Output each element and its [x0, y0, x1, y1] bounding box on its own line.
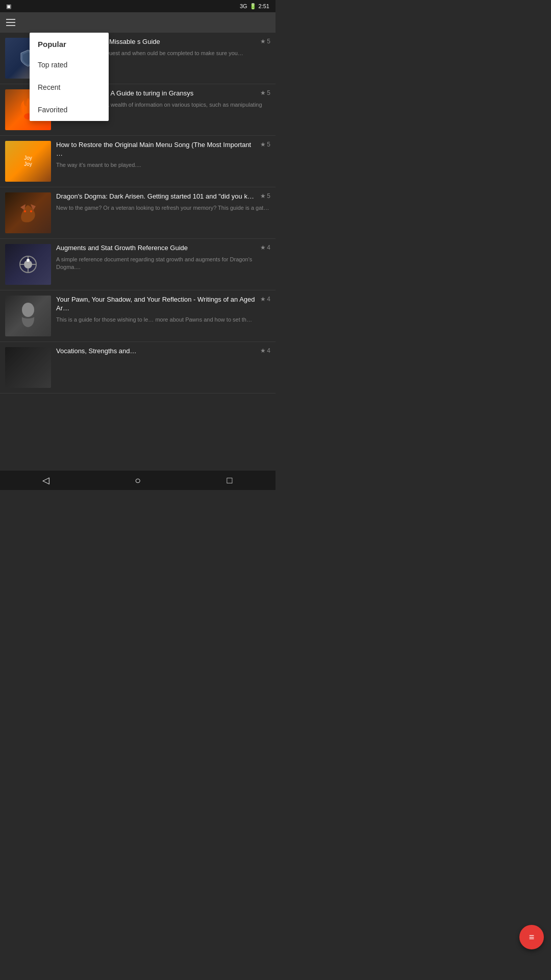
item-title: Dragon's Dogma: Dark Arisen. Getting sta… — [56, 192, 257, 201]
item-rating: ★ 4 — [260, 347, 270, 354]
item-rating: ★ 5 — [260, 141, 270, 148]
hamburger-line — [6, 19, 15, 20]
time-display: 2:51 — [259, 3, 269, 9]
rating-value: 4 — [267, 244, 270, 251]
back-icon: ◁ — [42, 475, 49, 486]
item-rating: ★ 4 — [260, 244, 270, 251]
recents-button[interactable]: □ — [222, 473, 237, 488]
svg-point-6 — [22, 303, 34, 317]
star-icon: ★ — [260, 244, 266, 251]
item-title-row: Your Pawn, Your Shadow, and Your Reflect… — [56, 296, 270, 313]
rating-value: 5 — [267, 38, 270, 45]
item-title-row: How to Restore the Original Main Menu So… — [56, 141, 270, 158]
item-thumbnail — [5, 347, 51, 388]
item-rating: ★ 4 — [260, 296, 270, 303]
svg-point-5 — [27, 259, 30, 262]
navigation-bar: ◁ ○ □ — [0, 471, 276, 490]
item-desc: This is a guide for those wishing to le…… — [56, 316, 270, 324]
item-desc: The way it's meant to be played.... — [56, 161, 270, 169]
star-icon: ★ — [260, 296, 266, 303]
dropdown-item-recent[interactable]: Recent — [30, 76, 109, 99]
item-title: Vocations, Strengths and… — [56, 347, 257, 356]
dropdown-menu: Popular Top rated Recent Favorited — [30, 33, 109, 121]
dropdown-title: Popular — [30, 33, 109, 54]
item-content: Augments and Stat Growth Reference Guide… — [56, 244, 270, 272]
item-content: Dragon's Dogma: Dark Arisen. Getting sta… — [56, 192, 270, 212]
item-title-row: Dragon's Dogma: Dark Arisen. Getting sta… — [56, 192, 270, 201]
svg-point-1 — [24, 210, 26, 212]
home-icon: ○ — [135, 475, 141, 486]
hamburger-line — [6, 25, 15, 26]
dropdown-item-favorited[interactable]: Favorited — [30, 99, 109, 121]
rating-value: 5 — [267, 141, 270, 148]
header — [0, 12, 276, 33]
item-thumbnail — [5, 192, 51, 233]
sim-icon: ▣ — [6, 3, 11, 10]
status-left: ▣ — [6, 3, 11, 10]
battery-icon: 🔋 — [249, 3, 257, 10]
hamburger-line — [6, 22, 15, 23]
rating-value: 5 — [267, 89, 270, 96]
item-title: Your Pawn, Your Shadow, and Your Reflect… — [56, 296, 257, 313]
item-thumbnail: JoyJoy — [5, 141, 51, 182]
star-icon: ★ — [260, 141, 266, 148]
hamburger-menu-button[interactable] — [6, 19, 15, 26]
list-item[interactable]: Augments and Stat Growth Reference Guide… — [0, 239, 276, 290]
recents-icon: □ — [227, 475, 233, 486]
item-title: How to Restore the Original Main Menu So… — [56, 141, 257, 158]
star-icon: ★ — [260, 89, 266, 96]
list-item[interactable]: Vocations, Strengths and… ★ 4 — [0, 342, 276, 394]
back-button[interactable]: ◁ — [38, 473, 54, 488]
item-title-row: Vocations, Strengths and… ★ 4 — [56, 347, 270, 356]
home-button[interactable]: ○ — [130, 473, 145, 488]
augments-icon — [17, 253, 39, 276]
item-thumbnail — [5, 244, 51, 285]
dragon-icon — [15, 200, 41, 226]
status-right: 3G 🔋 2:51 — [240, 3, 269, 10]
item-content: How to Restore the Original Main Menu So… — [56, 141, 270, 169]
item-title-row: Augments and Stat Growth Reference Guide… — [56, 244, 270, 253]
item-rating: ★ 5 — [260, 89, 270, 96]
item-content: Vocations, Strengths and… ★ 4 — [56, 347, 270, 359]
joy-joy-label: JoyJoy — [24, 155, 32, 167]
item-rating: ★ 5 — [260, 38, 270, 45]
svg-point-2 — [30, 210, 32, 212]
rating-value: 5 — [267, 192, 270, 200]
rating-value: 4 — [267, 347, 270, 354]
item-thumbnail — [5, 296, 51, 336]
item-desc: New to the game? Or a veteran looking to… — [56, 204, 270, 212]
star-icon: ★ — [260, 38, 266, 45]
item-rating: ★ 5 — [260, 192, 270, 200]
pawn-portrait-icon — [17, 301, 39, 331]
dropdown-item-top-rated[interactable]: Top rated — [30, 54, 109, 76]
network-indicator: 3G — [240, 3, 247, 9]
status-bar: ▣ 3G 🔋 2:51 — [0, 0, 276, 12]
list-item[interactable]: Dragon's Dogma: Dark Arisen. Getting sta… — [0, 187, 276, 239]
star-icon: ★ — [260, 347, 266, 354]
item-content: Your Pawn, Your Shadow, and Your Reflect… — [56, 296, 270, 324]
list-item[interactable]: Your Pawn, Your Shadow, and Your Reflect… — [0, 290, 276, 342]
item-title: Augments and Stat Growth Reference Guide — [56, 244, 257, 253]
rating-value: 4 — [267, 296, 270, 303]
list-item[interactable]: JoyJoy How to Restore the Original Main … — [0, 136, 276, 187]
star-icon: ★ — [260, 192, 266, 200]
item-desc: A simple reference document regarding st… — [56, 256, 270, 272]
